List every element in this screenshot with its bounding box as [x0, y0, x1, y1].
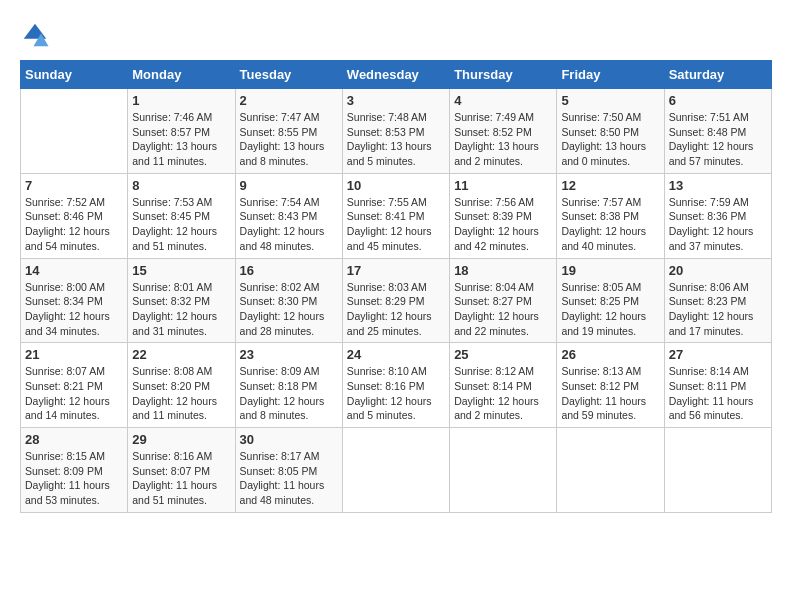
logo-icon	[20, 20, 50, 50]
day-cell: 15Sunrise: 8:01 AM Sunset: 8:32 PM Dayli…	[128, 258, 235, 343]
day-info: Sunrise: 8:13 AM Sunset: 8:12 PM Dayligh…	[561, 364, 659, 423]
day-cell: 12Sunrise: 7:57 AM Sunset: 8:38 PM Dayli…	[557, 173, 664, 258]
day-number: 17	[347, 263, 445, 278]
day-number: 23	[240, 347, 338, 362]
logo	[20, 20, 54, 50]
day-number: 12	[561, 178, 659, 193]
week-row-1: 1Sunrise: 7:46 AM Sunset: 8:57 PM Daylig…	[21, 89, 772, 174]
day-cell: 8Sunrise: 7:53 AM Sunset: 8:45 PM Daylig…	[128, 173, 235, 258]
day-cell: 16Sunrise: 8:02 AM Sunset: 8:30 PM Dayli…	[235, 258, 342, 343]
day-cell: 21Sunrise: 8:07 AM Sunset: 8:21 PM Dayli…	[21, 343, 128, 428]
column-header-sunday: Sunday	[21, 61, 128, 89]
day-cell: 1Sunrise: 7:46 AM Sunset: 8:57 PM Daylig…	[128, 89, 235, 174]
day-info: Sunrise: 7:57 AM Sunset: 8:38 PM Dayligh…	[561, 195, 659, 254]
day-cell: 30Sunrise: 8:17 AM Sunset: 8:05 PM Dayli…	[235, 428, 342, 513]
day-cell	[450, 428, 557, 513]
day-number: 3	[347, 93, 445, 108]
calendar-header-row: SundayMondayTuesdayWednesdayThursdayFrid…	[21, 61, 772, 89]
day-cell: 14Sunrise: 8:00 AM Sunset: 8:34 PM Dayli…	[21, 258, 128, 343]
day-number: 10	[347, 178, 445, 193]
page-header	[20, 20, 772, 50]
day-number: 27	[669, 347, 767, 362]
day-number: 6	[669, 93, 767, 108]
svg-marker-0	[24, 24, 47, 39]
column-header-saturday: Saturday	[664, 61, 771, 89]
day-cell: 2Sunrise: 7:47 AM Sunset: 8:55 PM Daylig…	[235, 89, 342, 174]
day-number: 25	[454, 347, 552, 362]
day-number: 11	[454, 178, 552, 193]
day-info: Sunrise: 8:16 AM Sunset: 8:07 PM Dayligh…	[132, 449, 230, 508]
day-cell: 4Sunrise: 7:49 AM Sunset: 8:52 PM Daylig…	[450, 89, 557, 174]
day-cell: 29Sunrise: 8:16 AM Sunset: 8:07 PM Dayli…	[128, 428, 235, 513]
day-info: Sunrise: 7:56 AM Sunset: 8:39 PM Dayligh…	[454, 195, 552, 254]
day-number: 26	[561, 347, 659, 362]
day-number: 30	[240, 432, 338, 447]
day-cell: 24Sunrise: 8:10 AM Sunset: 8:16 PM Dayli…	[342, 343, 449, 428]
column-header-tuesday: Tuesday	[235, 61, 342, 89]
day-number: 24	[347, 347, 445, 362]
day-cell: 9Sunrise: 7:54 AM Sunset: 8:43 PM Daylig…	[235, 173, 342, 258]
day-info: Sunrise: 7:50 AM Sunset: 8:50 PM Dayligh…	[561, 110, 659, 169]
column-header-wednesday: Wednesday	[342, 61, 449, 89]
day-number: 20	[669, 263, 767, 278]
day-info: Sunrise: 8:15 AM Sunset: 8:09 PM Dayligh…	[25, 449, 123, 508]
day-cell: 27Sunrise: 8:14 AM Sunset: 8:11 PM Dayli…	[664, 343, 771, 428]
calendar-table: SundayMondayTuesdayWednesdayThursdayFrid…	[20, 60, 772, 513]
day-number: 29	[132, 432, 230, 447]
day-info: Sunrise: 8:07 AM Sunset: 8:21 PM Dayligh…	[25, 364, 123, 423]
day-number: 21	[25, 347, 123, 362]
day-number: 22	[132, 347, 230, 362]
day-cell: 18Sunrise: 8:04 AM Sunset: 8:27 PM Dayli…	[450, 258, 557, 343]
day-number: 5	[561, 93, 659, 108]
day-info: Sunrise: 8:02 AM Sunset: 8:30 PM Dayligh…	[240, 280, 338, 339]
day-number: 19	[561, 263, 659, 278]
week-row-2: 7Sunrise: 7:52 AM Sunset: 8:46 PM Daylig…	[21, 173, 772, 258]
day-number: 13	[669, 178, 767, 193]
day-cell: 28Sunrise: 8:15 AM Sunset: 8:09 PM Dayli…	[21, 428, 128, 513]
column-header-friday: Friday	[557, 61, 664, 89]
day-cell: 17Sunrise: 8:03 AM Sunset: 8:29 PM Dayli…	[342, 258, 449, 343]
day-cell: 26Sunrise: 8:13 AM Sunset: 8:12 PM Dayli…	[557, 343, 664, 428]
day-cell: 13Sunrise: 7:59 AM Sunset: 8:36 PM Dayli…	[664, 173, 771, 258]
day-info: Sunrise: 7:52 AM Sunset: 8:46 PM Dayligh…	[25, 195, 123, 254]
day-cell	[664, 428, 771, 513]
day-info: Sunrise: 8:17 AM Sunset: 8:05 PM Dayligh…	[240, 449, 338, 508]
day-info: Sunrise: 8:10 AM Sunset: 8:16 PM Dayligh…	[347, 364, 445, 423]
day-cell	[557, 428, 664, 513]
day-info: Sunrise: 8:05 AM Sunset: 8:25 PM Dayligh…	[561, 280, 659, 339]
day-number: 16	[240, 263, 338, 278]
day-number: 14	[25, 263, 123, 278]
day-number: 8	[132, 178, 230, 193]
day-cell: 25Sunrise: 8:12 AM Sunset: 8:14 PM Dayli…	[450, 343, 557, 428]
week-row-3: 14Sunrise: 8:00 AM Sunset: 8:34 PM Dayli…	[21, 258, 772, 343]
day-info: Sunrise: 8:09 AM Sunset: 8:18 PM Dayligh…	[240, 364, 338, 423]
day-info: Sunrise: 7:47 AM Sunset: 8:55 PM Dayligh…	[240, 110, 338, 169]
day-number: 1	[132, 93, 230, 108]
week-row-5: 28Sunrise: 8:15 AM Sunset: 8:09 PM Dayli…	[21, 428, 772, 513]
column-header-thursday: Thursday	[450, 61, 557, 89]
day-cell: 10Sunrise: 7:55 AM Sunset: 8:41 PM Dayli…	[342, 173, 449, 258]
day-cell: 22Sunrise: 8:08 AM Sunset: 8:20 PM Dayli…	[128, 343, 235, 428]
day-cell: 6Sunrise: 7:51 AM Sunset: 8:48 PM Daylig…	[664, 89, 771, 174]
day-info: Sunrise: 8:06 AM Sunset: 8:23 PM Dayligh…	[669, 280, 767, 339]
day-info: Sunrise: 8:08 AM Sunset: 8:20 PM Dayligh…	[132, 364, 230, 423]
day-number: 9	[240, 178, 338, 193]
day-info: Sunrise: 8:01 AM Sunset: 8:32 PM Dayligh…	[132, 280, 230, 339]
day-info: Sunrise: 7:53 AM Sunset: 8:45 PM Dayligh…	[132, 195, 230, 254]
day-info: Sunrise: 7:49 AM Sunset: 8:52 PM Dayligh…	[454, 110, 552, 169]
day-cell: 11Sunrise: 7:56 AM Sunset: 8:39 PM Dayli…	[450, 173, 557, 258]
day-info: Sunrise: 7:55 AM Sunset: 8:41 PM Dayligh…	[347, 195, 445, 254]
day-info: Sunrise: 8:04 AM Sunset: 8:27 PM Dayligh…	[454, 280, 552, 339]
week-row-4: 21Sunrise: 8:07 AM Sunset: 8:21 PM Dayli…	[21, 343, 772, 428]
day-info: Sunrise: 7:54 AM Sunset: 8:43 PM Dayligh…	[240, 195, 338, 254]
day-info: Sunrise: 7:59 AM Sunset: 8:36 PM Dayligh…	[669, 195, 767, 254]
day-cell: 19Sunrise: 8:05 AM Sunset: 8:25 PM Dayli…	[557, 258, 664, 343]
day-info: Sunrise: 7:46 AM Sunset: 8:57 PM Dayligh…	[132, 110, 230, 169]
day-cell	[21, 89, 128, 174]
day-number: 18	[454, 263, 552, 278]
day-number: 28	[25, 432, 123, 447]
day-info: Sunrise: 7:48 AM Sunset: 8:53 PM Dayligh…	[347, 110, 445, 169]
day-info: Sunrise: 7:51 AM Sunset: 8:48 PM Dayligh…	[669, 110, 767, 169]
day-cell: 7Sunrise: 7:52 AM Sunset: 8:46 PM Daylig…	[21, 173, 128, 258]
day-info: Sunrise: 8:12 AM Sunset: 8:14 PM Dayligh…	[454, 364, 552, 423]
